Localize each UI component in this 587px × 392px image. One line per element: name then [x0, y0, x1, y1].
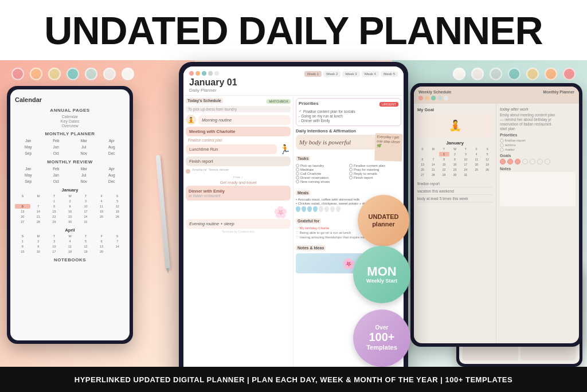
right-left-panel: My Goal 🧘 January S M T W T F S	[414, 104, 496, 343]
calendar-title: Calendar	[15, 96, 125, 103]
schedule-finish-report: Finish report	[186, 156, 291, 166]
dot	[508, 68, 521, 80]
icon-dot	[444, 96, 448, 100]
week-tab-5[interactable]: Week 5	[381, 71, 398, 77]
right-priorities-label: Priorities	[500, 133, 576, 137]
schedule-get-ready: Get ready and travel	[186, 181, 291, 185]
task-item: New running shoes	[296, 180, 348, 183]
note-reservation: reservation of Italian restaurant	[500, 122, 576, 126]
dot	[48, 68, 61, 80]
icon-dot	[208, 71, 213, 76]
monthly-planner-grid: Jan Feb Mar Apr May Jun Jul Aug Sep Oct …	[15, 138, 125, 156]
note-emily: Emily about meeting content plan	[500, 113, 576, 117]
goal-label: My Goal	[417, 107, 492, 112]
week-tab-4[interactable]: Week 4	[362, 71, 379, 77]
dash-icon: -	[299, 119, 300, 123]
finish-report-row: Amelia re: Tennis dinner	[186, 168, 291, 174]
schedule-row-run: Lunchtime Run 🏃	[186, 144, 291, 155]
icon-dot	[425, 96, 429, 100]
note-plan: start plan	[500, 127, 576, 131]
goals-dots-label: Goals	[500, 154, 576, 158]
affirmation-box: My body is powerful Everyday I get one s…	[296, 135, 401, 150]
dot	[85, 68, 97, 80]
goal-dot-empty[interactable]	[545, 159, 550, 164]
water-drop-empty[interactable]	[330, 206, 335, 212]
water-drop[interactable]	[313, 206, 318, 212]
badge-undated-text: UNDATED planner	[369, 213, 399, 228]
water-drop-empty[interactable]	[319, 206, 323, 212]
goal-dot-empty[interactable]	[537, 159, 543, 164]
dot-icon	[186, 169, 190, 174]
water-drop[interactable]	[302, 206, 306, 212]
schedule-label: Today's Schedule	[186, 98, 223, 103]
schedule-row-morning: 🧘 Morning routine	[186, 115, 291, 125]
badge-mon-day: MON	[367, 265, 396, 278]
icon-dot	[195, 71, 200, 76]
schedule-meeting: Meeting with Charlotte	[186, 127, 291, 136]
bottom-text: HYPERLINKED UPDATED DIGITAL PLANNER | PL…	[75, 375, 512, 384]
badge-undated: UNDATED planner	[358, 195, 409, 246]
to-pickup-note: To pick up dress from laundry	[186, 106, 291, 112]
water-drop-empty[interactable]	[336, 206, 341, 212]
water-drop[interactable]	[307, 206, 312, 212]
dot	[66, 68, 79, 80]
goal-dot-empty[interactable]	[522, 159, 528, 164]
week-tab-1[interactable]: Week 1	[304, 71, 322, 77]
dot	[103, 68, 116, 80]
badge-templates-num: 100+	[369, 331, 394, 344]
icon-dot	[189, 71, 194, 76]
calendar-link[interactable]: Calendar	[62, 115, 78, 119]
notes-right-area[interactable]	[500, 172, 576, 206]
overview-link[interactable]: Overview	[61, 124, 78, 128]
tasks-right-col: Finalise content plan Prep for meeting R…	[349, 164, 401, 184]
goal-dot-filled[interactable]	[515, 159, 521, 164]
schedule-dinner: Dinner with Emily at Italian restaurant	[186, 186, 291, 201]
monthly-review-label: MONTHLY REVIEW	[15, 159, 125, 164]
schedule-amelia: Amelia re: Tennis dinner	[192, 168, 229, 174]
task-item: Finish report	[349, 176, 401, 179]
daily-notes: today after work	[500, 107, 576, 111]
priorities-title: Priorities	[299, 101, 319, 106]
week-tabs: Week 1 Week 2 Week 3 Week 4 Week 5	[304, 71, 398, 77]
matchbox-label: MATCHBOX	[267, 99, 291, 104]
person-icon: 🧘	[186, 115, 196, 125]
icon-dot	[214, 71, 219, 76]
goal-dot-empty[interactable]	[530, 159, 535, 164]
goal-dot-filled[interactable]	[500, 159, 506, 164]
dot	[122, 68, 134, 80]
notes-right-label: Notes	[500, 167, 576, 171]
key-dates-link[interactable]: Key Dates	[61, 119, 79, 123]
main-title: UNDATED DAILY PLANNER	[44, 8, 542, 53]
priority-2: - Going on my run at lunch	[299, 114, 398, 118]
dot	[11, 68, 24, 80]
dots-row-left	[11, 68, 134, 80]
badge-templates: Over 100+ Templates	[353, 309, 410, 367]
monthly-planner-right-label: Monthly Planner	[543, 90, 574, 94]
weekly-schedule-label: Weekly Schedule	[418, 90, 451, 94]
right-right-panel: today after work Emily about meeting con…	[496, 104, 579, 343]
affirmation-label: Daily Intentions & Affirmation	[296, 128, 401, 134]
monthly-review-grid: Jan Feb Mar Apr May Jun Jul Aug Sep Oct …	[15, 166, 125, 184]
goals-dots-row	[500, 159, 576, 164]
icon-dot	[437, 96, 442, 100]
right-content: My Goal 🧘 January S M T W T F S	[414, 104, 579, 343]
log-item: finalise report	[417, 181, 492, 187]
water-drop[interactable]	[296, 206, 300, 212]
right-priority-2: ◯ actions	[500, 143, 576, 147]
grateful-label: Grateful for	[296, 218, 321, 224]
task-item: Dinner reservation	[296, 176, 348, 179]
mini-calendar-april: April S M T W T F S 1 2 3 4 5 6 7 8	[15, 228, 125, 254]
week-tab-2[interactable]: Week 2	[323, 71, 341, 77]
flower-decoration: 🌸	[186, 202, 291, 219]
dash-icon: -	[299, 114, 300, 118]
water-drop-empty[interactable]	[324, 206, 329, 212]
mini-calendar-january: January S M T W T F S 1 2 3 4 5 6	[15, 187, 125, 224]
task-item: Prep for meeting	[349, 168, 401, 171]
goal-dot-filled[interactable]	[507, 159, 513, 164]
mini-cal-title: January	[417, 140, 492, 146]
tasks-label: Tasks	[296, 156, 310, 161]
main-container: UNDATED DAILY PLANNER Calendar ANNUAL PA…	[0, 0, 587, 392]
week-tab-3[interactable]: Week 3	[342, 71, 359, 77]
notes-label: Notes & Ideas	[296, 245, 326, 250]
planner-left-col: Today's Schedule MATCHBOX To pick up dre…	[183, 96, 294, 373]
